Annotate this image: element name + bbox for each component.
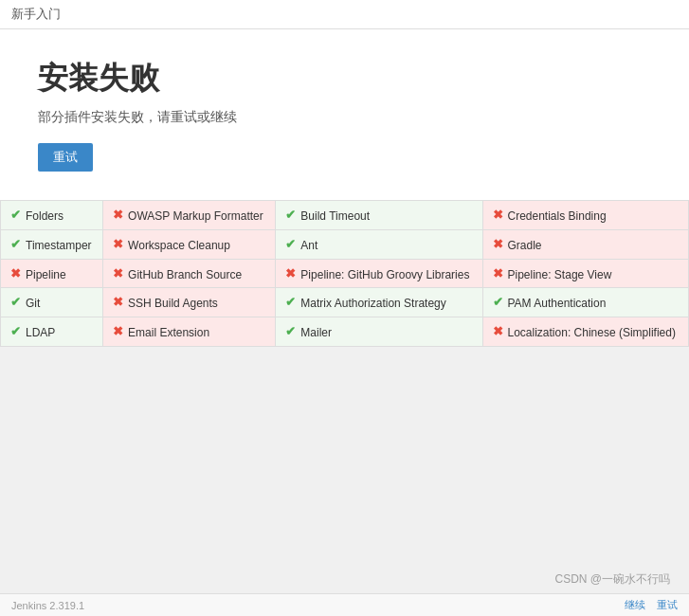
plugin-name: Pipeline bbox=[26, 267, 66, 281]
table-cell: ✔Matrix Authorization Strategy bbox=[276, 288, 482, 317]
check-icon: ✔ bbox=[285, 324, 296, 338]
table-cell: ✔Mailer bbox=[276, 317, 482, 347]
check-icon: ✔ bbox=[285, 208, 296, 222]
table-cell: ✖Pipeline: Stage View bbox=[482, 259, 689, 288]
table-cell: ✔LDAP bbox=[1, 317, 103, 347]
table-cell: ✖Gradle bbox=[482, 229, 689, 259]
table-cell: ✔PAM Authentication bbox=[482, 288, 689, 317]
main-content: 安装失败 部分插件安装失败，请重试或继续 重试 bbox=[0, 29, 689, 200]
retry-button[interactable]: 重试 bbox=[38, 143, 93, 172]
check-icon: ✔ bbox=[493, 295, 503, 309]
plugin-name: Matrix Authorization Strategy bbox=[300, 297, 445, 310]
plugin-name: SSH Build Agents bbox=[128, 297, 218, 310]
x-icon: ✖ bbox=[10, 266, 21, 281]
plugin-name: Timestamper bbox=[26, 239, 92, 252]
plugin-name: Git bbox=[26, 297, 40, 310]
check-icon: ✔ bbox=[10, 208, 21, 222]
x-icon: ✖ bbox=[113, 208, 123, 222]
plugin-name: Folders bbox=[26, 209, 63, 223]
check-icon: ✔ bbox=[285, 295, 296, 309]
plugin-name: OWASP Markup Formatter bbox=[128, 209, 263, 223]
plugin-name: GitHub Branch Source bbox=[128, 267, 242, 281]
error-subtitle: 部分插件安装失败，请重试或继续 bbox=[38, 109, 651, 126]
x-icon: ✖ bbox=[113, 324, 123, 338]
x-icon: ✖ bbox=[493, 208, 503, 222]
x-icon: ✖ bbox=[493, 266, 503, 281]
plugins-grid: ✔Folders✖OWASP Markup Formatter✔Build Ti… bbox=[0, 200, 689, 347]
x-icon: ✖ bbox=[113, 295, 123, 309]
plugin-name: Credentials Binding bbox=[508, 209, 607, 223]
breadcrumb-label: 新手入门 bbox=[11, 7, 61, 21]
table-cell: ✔Timestamper bbox=[1, 229, 103, 259]
plugin-name: Localization: Chinese (Simplified) bbox=[508, 326, 676, 339]
check-icon: ✔ bbox=[285, 237, 296, 251]
x-icon: ✖ bbox=[493, 237, 503, 251]
top-bar: 新手入门 bbox=[0, 0, 689, 29]
table-cell: ✖Credentials Binding bbox=[482, 201, 689, 230]
table-cell: ✔Folders bbox=[1, 201, 103, 230]
table-cell: ✖Localization: Chinese (Simplified) bbox=[482, 317, 689, 347]
table-cell: ✔Ant bbox=[276, 229, 482, 259]
plugin-name: Email Extension bbox=[128, 326, 209, 339]
error-title: 安装失败 bbox=[38, 58, 651, 100]
plugin-name: Ant bbox=[300, 239, 317, 252]
table-cell: ✔Git bbox=[1, 288, 103, 317]
table-cell: ✖Email Extension bbox=[103, 317, 276, 347]
plugin-name: Pipeline: Stage View bbox=[508, 267, 612, 281]
table-cell: ✖OWASP Markup Formatter bbox=[103, 201, 276, 230]
x-icon: ✖ bbox=[113, 266, 123, 281]
table-cell: ✖Pipeline: GitHub Groovy Libraries bbox=[276, 259, 482, 288]
x-icon: ✖ bbox=[285, 266, 296, 281]
table-cell: ✖Workspace Cleanup bbox=[103, 229, 276, 259]
plugin-name: PAM Authentication bbox=[508, 297, 607, 310]
table-cell: ✔Build Timeout bbox=[276, 201, 482, 230]
check-icon: ✔ bbox=[10, 324, 21, 338]
table-cell: ✖SSH Build Agents bbox=[103, 288, 276, 317]
table-cell: ✖Pipeline bbox=[1, 259, 103, 288]
plugin-name: LDAP bbox=[26, 326, 55, 339]
table-cell: ✖GitHub Branch Source bbox=[103, 259, 276, 288]
plugin-name: Pipeline: GitHub Groovy Libraries bbox=[300, 267, 469, 281]
check-icon: ✔ bbox=[10, 237, 21, 251]
x-icon: ✖ bbox=[113, 237, 123, 251]
plugin-name: Gradle bbox=[508, 239, 542, 252]
check-icon: ✔ bbox=[10, 295, 21, 309]
plugins-table: ✔Folders✖OWASP Markup Formatter✔Build Ti… bbox=[0, 200, 689, 347]
plugin-name: Build Timeout bbox=[300, 209, 370, 223]
plugin-name: Mailer bbox=[300, 326, 332, 339]
x-icon: ✖ bbox=[493, 324, 503, 338]
plugin-name: Workspace Cleanup bbox=[128, 239, 230, 252]
